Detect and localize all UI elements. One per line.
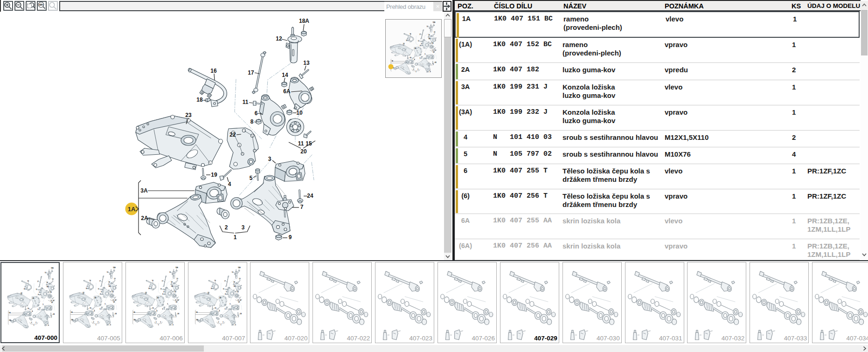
svg-text:1: 1 bbox=[234, 234, 237, 241]
svg-text:18A: 18A bbox=[299, 18, 309, 24]
svg-text:11: 11 bbox=[298, 140, 304, 147]
svg-text:2: 2 bbox=[225, 224, 228, 231]
svg-text:23: 23 bbox=[185, 112, 192, 118]
svg-text:9: 9 bbox=[289, 234, 292, 241]
svg-text:24: 24 bbox=[307, 193, 313, 199]
svg-text:22: 22 bbox=[229, 131, 236, 138]
svg-text:15: 15 bbox=[306, 140, 312, 147]
svg-text:5: 5 bbox=[250, 175, 253, 181]
svg-text:7: 7 bbox=[300, 204, 304, 210]
svg-text:13: 13 bbox=[303, 60, 310, 66]
svg-text:10: 10 bbox=[296, 110, 303, 116]
svg-text:14: 14 bbox=[282, 72, 288, 78]
svg-text:6A: 6A bbox=[283, 88, 291, 95]
svg-text:17: 17 bbox=[248, 69, 254, 76]
svg-text:8: 8 bbox=[250, 118, 254, 125]
svg-text:16: 16 bbox=[210, 68, 217, 74]
svg-text:18: 18 bbox=[196, 97, 203, 103]
svg-text:3: 3 bbox=[242, 224, 245, 231]
svg-text:4: 4 bbox=[228, 181, 231, 187]
svg-text:12: 12 bbox=[276, 35, 282, 42]
svg-text:2A: 2A bbox=[141, 215, 148, 221]
svg-text:1A: 1A bbox=[128, 206, 136, 213]
svg-text:6: 6 bbox=[255, 110, 258, 117]
svg-text:3: 3 bbox=[268, 156, 271, 162]
svg-text:3A: 3A bbox=[140, 187, 148, 194]
svg-text:19: 19 bbox=[211, 172, 217, 178]
svg-text:11: 11 bbox=[243, 99, 249, 105]
svg-text:20: 20 bbox=[300, 148, 307, 155]
